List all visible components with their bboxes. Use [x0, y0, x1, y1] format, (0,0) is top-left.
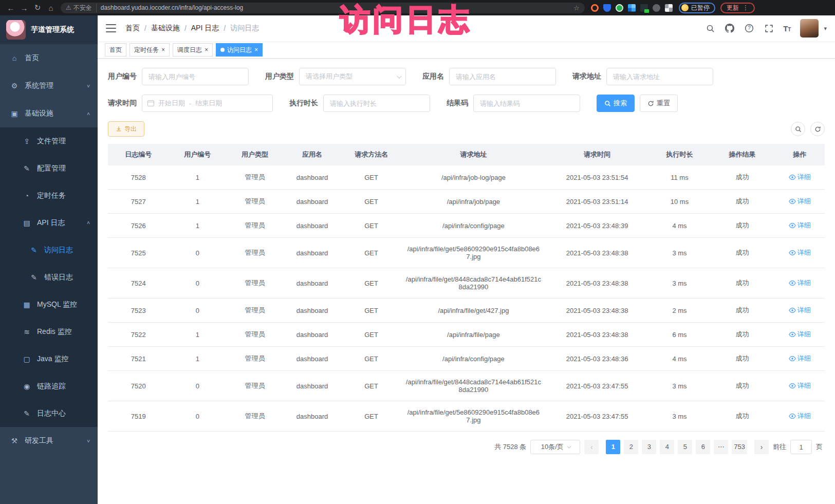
- url-text[interactable]: dashboard.yudao.iocoder.cn/infra/log/api…: [101, 4, 570, 11]
- extension-pinwheel-icon[interactable]: [665, 4, 673, 12]
- redis-icon: ≋: [23, 328, 31, 336]
- view-tab[interactable]: 首页 ×: [105, 43, 126, 57]
- sidebar-item-trace[interactable]: ◉ 链路追踪: [0, 372, 98, 400]
- page-number-button[interactable]: 4: [660, 440, 674, 454]
- result-code-input[interactable]: [473, 95, 580, 112]
- duration-input[interactable]: [323, 95, 430, 112]
- fullscreen-icon[interactable]: [764, 23, 774, 33]
- help-icon[interactable]: ?: [744, 23, 754, 33]
- detail-link[interactable]: 详细: [789, 306, 811, 315]
- cell-url: /api/infra/config/page: [402, 347, 545, 371]
- export-button[interactable]: 导出: [108, 121, 144, 137]
- sidebar-item-java-monitor[interactable]: ▢ Java 监控: [0, 345, 98, 372]
- table-row: 7524 0 管理员 dashboard GET /api/infra/file…: [108, 268, 825, 298]
- detail-link[interactable]: 详细: [789, 278, 811, 288]
- extension-green-icon[interactable]: [616, 4, 623, 12]
- browser-back-icon[interactable]: ←: [4, 4, 17, 12]
- reset-button[interactable]: 重置: [640, 95, 678, 112]
- tab-close-icon[interactable]: ×: [205, 47, 208, 53]
- sidebar-item-dev-tools[interactable]: ⚒ 研发工具 ∨: [0, 427, 98, 455]
- sidebar-item-log-center[interactable]: ✎ 日志中心: [0, 400, 98, 427]
- app-name-input[interactable]: [449, 68, 556, 85]
- cell-method: GET: [341, 347, 402, 371]
- user-id-input[interactable]: [142, 68, 249, 85]
- browser-update-button[interactable]: 更新 ⋮: [720, 3, 755, 13]
- page-number-button[interactable]: 3: [642, 440, 656, 454]
- browser-home-icon[interactable]: ⌂: [44, 4, 58, 12]
- breadcrumb-home[interactable]: 首页: [125, 24, 140, 33]
- bookmark-star-icon[interactable]: ☆: [573, 4, 580, 12]
- sidebar-item-redis-monitor[interactable]: ≋ Redis 监控: [0, 318, 98, 345]
- request-url-input[interactable]: [606, 68, 713, 85]
- goto-page-input[interactable]: [790, 440, 812, 454]
- detail-link[interactable]: 详细: [789, 197, 811, 206]
- extension-orange-icon[interactable]: [591, 4, 599, 12]
- extension-grid-icon[interactable]: [628, 4, 636, 12]
- cell-user-id: 1: [169, 190, 227, 214]
- sidebar-item-error-log[interactable]: ✎ 错误日志: [0, 264, 98, 291]
- browser-menu-dots-icon[interactable]: ⋮: [743, 4, 749, 11]
- user-avatar[interactable]: [800, 19, 819, 38]
- sidebar-collapse-icon[interactable]: [106, 24, 116, 32]
- user-type-select[interactable]: 请选择用户类型: [299, 68, 406, 85]
- detail-link[interactable]: 详细: [789, 248, 811, 257]
- font-size-icon[interactable]: TT: [783, 24, 791, 33]
- avatar-caret-down-icon[interactable]: ▾: [824, 25, 827, 32]
- sidebar-item-config-manage[interactable]: ✎ 配置管理: [0, 155, 98, 182]
- page-number-button[interactable]: 5: [678, 440, 692, 454]
- prev-page-button[interactable]: ‹: [584, 440, 599, 454]
- cell-result: 成功: [710, 190, 775, 214]
- browser-forward-icon[interactable]: →: [17, 4, 31, 12]
- request-time-range-picker[interactable]: 开始日期 - 结束日期: [142, 95, 273, 112]
- sidebar-item-api-log[interactable]: ▤ API 日志 ∧: [0, 209, 98, 236]
- extension-grey-icon[interactable]: [653, 4, 660, 12]
- view-tab[interactable]: 调度日志 ×: [173, 43, 213, 57]
- table-row: 7527 1 管理员 dashboard GET /api/infra/job/…: [108, 190, 825, 214]
- sidebar-item-access-log[interactable]: ✎ 访问日志: [0, 236, 98, 264]
- sidebar-item-infra[interactable]: ▣ 基础设施 ∧: [0, 100, 98, 127]
- search-icon[interactable]: [705, 23, 715, 33]
- sidebar-logo-row[interactable]: 芋道管理系统: [0, 15, 98, 44]
- security-chip[interactable]: ⚠ 不安全: [66, 4, 97, 12]
- next-page-button[interactable]: ›: [754, 440, 769, 454]
- detail-link[interactable]: 详细: [789, 354, 811, 363]
- cell-user-id: 0: [169, 268, 227, 298]
- browser-reload-icon[interactable]: ↻: [31, 3, 44, 12]
- cell-time: 2021-05-03 23:48:38: [545, 238, 649, 268]
- cell-url: /api/infra/file/get/427.jpg: [402, 298, 545, 323]
- cell-log-id: 7520: [108, 371, 169, 401]
- view-tab[interactable]: 访问日志 ×: [216, 43, 263, 57]
- cell-time: 2021-05-03 23:48:39: [545, 214, 649, 238]
- detail-link[interactable]: 详细: [789, 173, 811, 182]
- sidebar-item-home[interactable]: ⌂ 首页: [0, 44, 98, 72]
- sidebar-item-system[interactable]: ⚙ 系统管理 ∨: [0, 72, 98, 100]
- detail-link[interactable]: 详细: [789, 330, 811, 339]
- page-number-button[interactable]: ⋯: [714, 440, 728, 454]
- detail-link[interactable]: 详细: [789, 381, 811, 390]
- page-size-select[interactable]: 10条/页: [530, 440, 580, 454]
- search-button[interactable]: 搜索: [597, 95, 635, 112]
- extension-shield-icon[interactable]: [603, 4, 611, 12]
- detail-link[interactable]: 详细: [789, 412, 811, 421]
- page-number-button[interactable]: 753: [732, 440, 747, 454]
- sidebar-item-scheduled-jobs[interactable]: ◔ 定时任务: [0, 182, 98, 209]
- cell-user-type: 管理员: [226, 323, 284, 347]
- toggle-search-button[interactable]: [791, 122, 805, 136]
- breadcrumb-separator: /: [224, 24, 226, 32]
- page-number-button[interactable]: 1: [606, 440, 620, 454]
- sidebar-item-file-manage[interactable]: ⇪ 文件管理: [0, 127, 98, 155]
- tab-close-icon[interactable]: ×: [254, 47, 258, 53]
- github-icon[interactable]: [725, 23, 735, 33]
- page-number-button[interactable]: 2: [624, 440, 638, 454]
- detail-link[interactable]: 详细: [789, 221, 811, 230]
- browser-profile-chip[interactable]: 已暂停: [679, 3, 715, 13]
- address-bar[interactable]: ⚠ 不安全 dashboard.yudao.iocoder.cn/infra/l…: [61, 3, 585, 13]
- cell-log-id: 7519: [108, 401, 169, 432]
- extension-gb-icon[interactable]: [640, 4, 648, 12]
- page-size-value: 10条/页: [541, 442, 564, 452]
- view-tab[interactable]: 定时任务 ×: [129, 43, 170, 57]
- page-number-button[interactable]: 6: [696, 440, 710, 454]
- sidebar-item-mysql-monitor[interactable]: ▦ MySQL 监控: [0, 291, 98, 318]
- refresh-button[interactable]: [810, 122, 825, 136]
- tab-close-icon[interactable]: ×: [161, 47, 165, 53]
